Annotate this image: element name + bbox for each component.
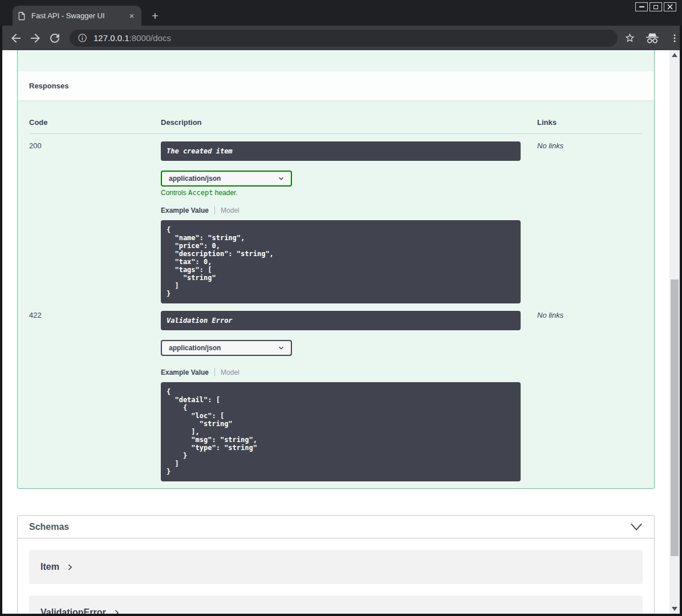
tab-title: Fast API - Swagger UI — [31, 11, 127, 20]
browser-tab[interactable]: Fast API - Swagger UI × — [13, 6, 141, 26]
opblock-responses-panel: Responses Code Description Links 200 The… — [17, 50, 655, 489]
media-type-select[interactable]: application/json — [161, 171, 292, 187]
response-row-422: 422 Validation Error application/json Ex… — [29, 303, 643, 481]
tab-close-icon[interactable]: × — [127, 11, 137, 21]
column-header-links: Links — [537, 118, 643, 127]
schemas-section: Schemas Item ValidationError — [17, 515, 655, 614]
window-close-button[interactable] — [664, 2, 676, 11]
tab-example-value[interactable]: Example Value — [161, 368, 209, 376]
toolbar-actions — [624, 32, 680, 44]
model-validationerror[interactable]: ValidationError — [29, 595, 643, 614]
responses-title: Responses — [29, 82, 68, 90]
media-type-select[interactable]: application/json — [161, 340, 292, 356]
url-bar[interactable]: 127.0.0.1:8000/docs — [70, 30, 618, 47]
reload-icon[interactable] — [48, 31, 62, 45]
window-maximize-button[interactable] — [649, 2, 662, 11]
model-item[interactable]: Item — [29, 550, 643, 584]
model-title: Item — [40, 562, 59, 572]
schemas-header[interactable]: Schemas — [18, 516, 654, 538]
browser-menu-icon[interactable] — [669, 33, 680, 43]
page-content: Responses Code Description Links 200 The… — [2, 50, 669, 614]
window-frame-bottom — [0, 614, 682, 616]
response-description: Validation Error — [161, 311, 521, 330]
window-controls — [635, 2, 676, 11]
window-minimize-button[interactable] — [635, 2, 648, 11]
model-title: ValidationError — [40, 607, 106, 614]
page-favicon-icon — [17, 11, 26, 21]
scroll-up-arrow-icon[interactable] — [672, 53, 677, 57]
chevron-right-icon — [66, 564, 74, 571]
example-model-tabs: Example Value Model — [161, 368, 537, 376]
response-description: The created item — [161, 141, 521, 161]
responses-table: Code Description Links 200 The created i… — [18, 100, 654, 481]
response-code: 200 — [29, 141, 161, 150]
example-json-block: { "detail": [ { "loc": [ "string" ], "ms… — [161, 382, 521, 481]
tab-model[interactable]: Model — [221, 368, 239, 376]
example-model-tabs: Example Value Model — [161, 206, 537, 214]
back-icon[interactable] — [9, 31, 23, 45]
new-tab-button[interactable]: + — [148, 9, 162, 23]
response-links: No links — [537, 311, 643, 319]
tab-model[interactable]: Model — [221, 206, 239, 214]
tab-example-value[interactable]: Example Value — [161, 206, 209, 214]
responses-section-header: Responses — [18, 71, 654, 100]
scroll-down-arrow-icon[interactable] — [672, 607, 677, 611]
response-code: 422 — [29, 311, 161, 319]
chevron-right-icon — [113, 609, 120, 614]
url-text[interactable]: 127.0.0.1:8000/docs — [94, 33, 171, 43]
response-row-200: 200 The created item application/json Co… — [29, 134, 643, 303]
example-json-block: { "name": "string", "price": 0, "descrip… — [161, 220, 521, 303]
incognito-icon — [645, 32, 660, 44]
bookmark-star-icon[interactable] — [624, 33, 635, 43]
chevron-down-icon — [277, 175, 285, 183]
forward-icon[interactable] — [29, 31, 42, 45]
accept-header-note: Controls Accept header. — [161, 189, 537, 197]
browser-toolbar: 127.0.0.1:8000/docs — [2, 26, 680, 50]
column-header-description: Description — [161, 118, 537, 127]
chevron-down-icon[interactable] — [630, 522, 643, 531]
scrollbar-thumb[interactable] — [671, 279, 679, 556]
response-links: No links — [537, 141, 643, 150]
schemas-body: Item ValidationError — [18, 538, 654, 614]
column-header-code: Code — [29, 118, 161, 127]
site-info-icon[interactable] — [78, 33, 87, 43]
responses-table-header: Code Description Links — [29, 100, 643, 134]
chevron-down-icon — [277, 344, 285, 352]
browser-titlebar: Fast API - Swagger UI × + — [0, 0, 682, 26]
vertical-scrollbar[interactable] — [669, 50, 680, 614]
schemas-title: Schemas — [29, 522, 630, 532]
